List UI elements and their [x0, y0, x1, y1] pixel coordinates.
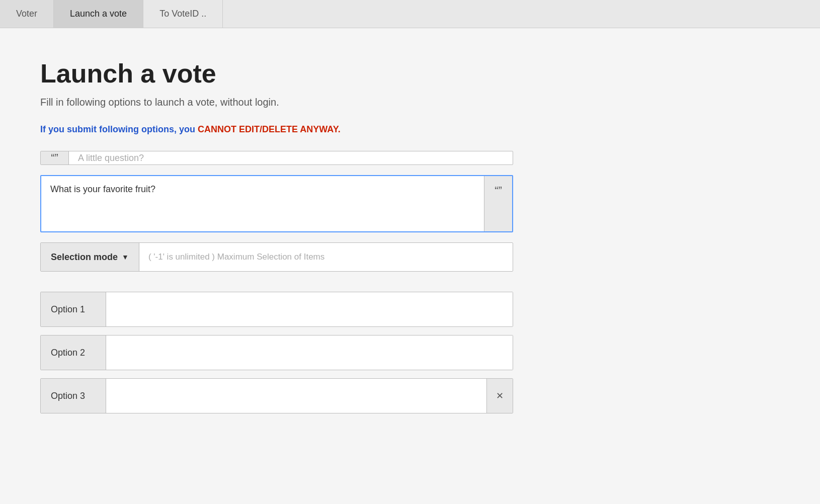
tab-to-voteid-label: To VoteID ..	[159, 9, 206, 19]
question-textarea[interactable]: What is your favorite fruit?	[41, 176, 484, 231]
page-subtitle: Fill in following options to launch a vo…	[40, 97, 513, 108]
question-textarea-row[interactable]: What is your favorite fruit? “”	[40, 175, 513, 232]
warning-text: If you submit following options, you CAN…	[40, 124, 513, 135]
option-row-1: Option 1	[40, 292, 513, 327]
selection-mode-placeholder: ( '-1' is unlimited ) Maximum Selection …	[139, 243, 513, 271]
tab-voter-label: Voter	[16, 9, 37, 19]
main-content: Launch a vote Fill in following options …	[0, 28, 553, 452]
option-row-3: Option 3 ✕	[40, 378, 513, 413]
tab-to-voteid[interactable]: To VoteID ..	[143, 0, 223, 28]
question-placeholder-text: A little question?	[69, 151, 513, 164]
quote-icon-left: “”	[41, 151, 69, 164]
option-1-label: Option 1	[41, 292, 106, 326]
tab-launch-a-vote-label: Launch a vote	[70, 9, 127, 19]
selection-mode-button[interactable]: Selection mode ▼	[41, 243, 139, 271]
warning-prefix: If you submit following options, you	[40, 124, 198, 134]
close-icon: ✕	[496, 390, 504, 401]
chevron-down-icon: ▼	[122, 253, 129, 261]
option-3-delete-button[interactable]: ✕	[486, 379, 513, 413]
option-2-input[interactable]	[106, 335, 513, 370]
option-row-2: Option 2	[40, 335, 513, 370]
selection-mode-label: Selection mode	[51, 252, 118, 263]
option-3-input[interactable]	[106, 379, 486, 413]
page-title: Launch a vote	[40, 58, 513, 89]
option-2-label: Option 2	[41, 335, 106, 370]
option-1-input[interactable]	[106, 292, 513, 326]
tab-bar: Voter Launch a vote To VoteID ..	[0, 0, 820, 28]
tab-launch-a-vote[interactable]: Launch a vote	[54, 0, 143, 28]
option-3-label: Option 3	[41, 379, 106, 413]
warning-highlight: CANNOT EDIT/DELETE ANYWAY.	[198, 124, 341, 134]
selection-mode-row: Selection mode ▼ ( '-1' is unlimited ) M…	[40, 242, 513, 272]
quote-icon-right: “”	[484, 176, 512, 231]
question-placeholder-row: “” A little question?	[40, 151, 513, 165]
tab-voter[interactable]: Voter	[0, 0, 54, 28]
